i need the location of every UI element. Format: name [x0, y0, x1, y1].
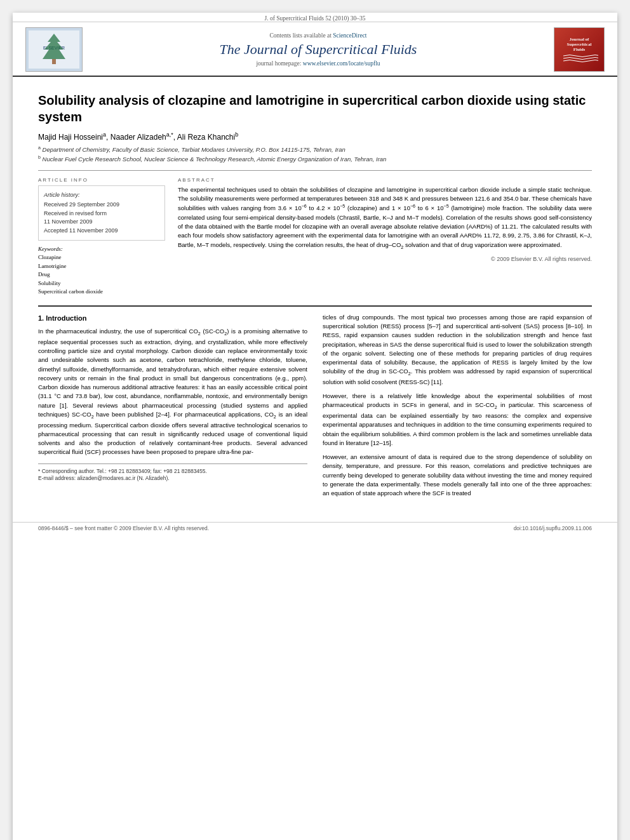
- journal-logo-right: Journal of Supercritical Fluids: [554, 27, 605, 72]
- journal-title: The Journal of Supercritical Fluids: [89, 41, 547, 58]
- article-info-column: ARTICLE INFO Article history: Received 2…: [38, 177, 165, 297]
- logo-right-line3: Fluids: [573, 47, 586, 52]
- footer-issn: 0896-8446/$ – see front matter © 2009 El…: [38, 525, 209, 531]
- citation-text: J. of Supercritical Fluids 52 (2010) 30–…: [264, 15, 365, 22]
- main-content: Solubility analysis of clozapine and lam…: [13, 77, 617, 516]
- received-revised-date: 11 November 2009: [44, 218, 159, 227]
- svg-rect-3: [52, 59, 56, 64]
- authors: Majid Haji Hosseinia, Naader Alizadeha,*…: [38, 131, 592, 142]
- contents-line: Contents lists available at ScienceDirec…: [89, 32, 547, 39]
- footnote-email: E-mail address: alizaden@modares.ac.ir (…: [38, 475, 307, 483]
- abstract-title: ABSTRACT: [178, 177, 592, 183]
- page-footer: 0896-8446/$ – see front matter © 2009 El…: [13, 522, 617, 534]
- journal-header: ELSEVIER Contents lists available at Sci…: [13, 22, 617, 77]
- right-para2: However, there is a relatively little kn…: [323, 392, 592, 448]
- abstract-column: ABSTRACT The experimental techniques use…: [178, 177, 592, 297]
- affiliations: a Department of Chemistry, Faculty of Ba…: [38, 145, 592, 164]
- intro-heading: 1. Introduction: [38, 313, 307, 324]
- right-para1: ticles of drug compounds. The most typic…: [323, 313, 592, 387]
- received-date: Received 29 September 2009: [44, 201, 159, 210]
- body-col-right: ticles of drug compounds. The most typic…: [323, 313, 592, 503]
- affiliation-b: b Nuclear Fuel Cycle Research School, Nu…: [38, 155, 592, 163]
- article-history-label: Article history:: [44, 191, 159, 200]
- affiliation-a: a Department of Chemistry, Faculty of Ba…: [38, 145, 592, 154]
- article-info-abstract: ARTICLE INFO Article history: Received 2…: [38, 177, 592, 297]
- sciencedirect-link[interactable]: ScienceDirect: [333, 32, 366, 39]
- citation-line: J. of Supercritical Fluids 52 (2010) 30–…: [13, 13, 617, 22]
- keywords-title: Keywords:: [38, 246, 165, 252]
- intro-para1: In the pharmaceutical industry, the use …: [38, 327, 307, 457]
- journal-homepage: journal homepage: www.elsevier.com/locat…: [89, 60, 547, 67]
- section-divider: [38, 305, 592, 307]
- body-columns: 1. Introduction In the pharmaceutical in…: [38, 313, 592, 503]
- article-info-title: ARTICLE INFO: [38, 177, 165, 183]
- footer-doi: doi:10.1016/j.supflu.2009.11.006: [514, 525, 592, 531]
- footnote-star: * Corresponding author. Tel.: +98 21 828…: [38, 468, 307, 476]
- copyright-line: © 2009 Elsevier B.V. All rights reserved…: [178, 256, 592, 262]
- footnote-area: * Corresponding author. Tel.: +98 21 828…: [38, 463, 307, 483]
- body-col-left: 1. Introduction In the pharmaceutical in…: [38, 313, 307, 503]
- received-revised-label: Received in revised form: [44, 210, 159, 218]
- article-title: Solubility analysis of clozapine and lam…: [38, 92, 592, 125]
- right-para3: However, an extensive amount of data is …: [323, 453, 592, 498]
- logo-right-line2: Supercritical: [567, 42, 592, 47]
- article-info-box: Article history: Received 29 September 2…: [38, 185, 165, 241]
- logo-right-line1: Journal of: [570, 37, 589, 42]
- homepage-url[interactable]: www.elsevier.com/locate/supflu: [303, 60, 380, 67]
- header-center: Contents lists available at ScienceDirec…: [83, 32, 554, 67]
- abstract-text: The experimental techniques used to obta…: [178, 185, 592, 251]
- page: J. of Supercritical Fluids 52 (2010) 30–…: [13, 13, 617, 840]
- keywords-list: Clozapine Lamotrigine Drug Solubility Su…: [38, 253, 165, 297]
- divider-1: [38, 170, 592, 171]
- accepted-date: Accepted 11 November 2009: [44, 227, 159, 236]
- keywords-section: Keywords: Clozapine Lamotrigine Drug Sol…: [38, 246, 165, 297]
- footnote-email-address: alizaden@modares.ac.ir (N. Alizadeh).: [77, 475, 169, 481]
- elsevier-logo: ELSEVIER: [25, 27, 83, 72]
